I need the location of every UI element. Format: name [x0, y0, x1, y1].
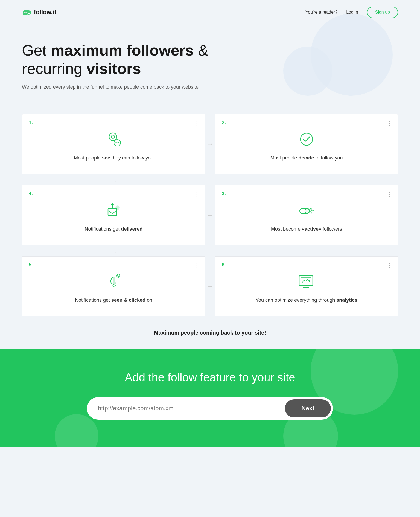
card-1-number: 1.: [29, 120, 33, 126]
svg-point-1: [111, 135, 115, 138]
logo[interactable]: follow.it: [22, 8, 56, 16]
hero-bg-decoration-2: [283, 47, 332, 96]
svg-point-11: [309, 280, 310, 282]
cta-notch: [203, 349, 217, 350]
svg-point-7: [305, 209, 309, 213]
v-arrow-left-2: ↓: [22, 245, 210, 256]
card-6-menu[interactable]: ⋮: [387, 262, 392, 269]
card-3-number: 3.: [222, 191, 226, 197]
funnel-row-3: 5. ⋮ Notifications get seen & clicked on…: [22, 256, 398, 316]
funnel-card-4: 4. ⋮ Notifications get delivered: [22, 185, 205, 245]
card-1-text: Most people see they can follow you: [74, 154, 153, 162]
summary-section: Maximum people coming back to your site!: [0, 316, 420, 349]
card-6-text: You can optimize everything through anal…: [256, 297, 358, 304]
svg-point-0: [109, 133, 117, 141]
card-1-icon: [104, 130, 123, 149]
card-2-icon: [297, 130, 316, 149]
svg-point-2: [114, 140, 121, 146]
card-4-text: Notifications get delivered: [84, 225, 142, 233]
card-3-icon: [297, 201, 316, 220]
svg-point-3: [301, 133, 313, 145]
signup-button[interactable]: Sign up: [367, 7, 398, 18]
v-arrow-right-2: [210, 245, 398, 256]
reader-link[interactable]: You're a reader?: [305, 10, 337, 15]
card-3-text: Most become «active» followers: [271, 225, 342, 233]
card-5-icon: [104, 272, 123, 291]
logo-text: follow.it: [34, 9, 56, 16]
arrow-1-2: →: [205, 140, 215, 149]
v-arrow-left-1: ↓: [22, 174, 210, 185]
v-arrow-right-1: [210, 174, 398, 185]
arrow-4-3: ←: [205, 211, 215, 220]
hero-headline: Get maximum followers &recurring visitor…: [22, 41, 213, 78]
card-5-text: Notifications get seen & clicked on: [75, 297, 152, 304]
card-5-menu[interactable]: ⋮: [194, 262, 200, 269]
card-4-icon: [104, 201, 123, 220]
card-6-icon: [297, 272, 316, 291]
cta-bg-circle-3: [55, 414, 98, 447]
card-5-number: 5.: [29, 262, 33, 268]
card-4-number: 4.: [29, 191, 33, 197]
funnel-card-1: 1. ⋮ Most people see they can follow you: [22, 114, 205, 174]
cta-title: Add the follow feature to your site: [22, 371, 398, 384]
hero-section: Get maximum followers &recurring visitor…: [0, 25, 420, 114]
funnel-card-2: 2. ⋮ Most people decide to follow you: [215, 114, 398, 174]
card-4-menu[interactable]: ⋮: [194, 191, 200, 197]
summary-text: Maximum people coming back to your site!: [154, 330, 266, 336]
svg-rect-4: [108, 208, 117, 216]
next-button[interactable]: Next: [285, 399, 331, 417]
card-6-number: 6.: [222, 262, 226, 268]
funnel-card-3: 3. ⋮ Most become «active» followers: [215, 185, 398, 245]
card-2-number: 2.: [222, 120, 226, 126]
url-input[interactable]: [98, 405, 285, 412]
funnel-card-5: 5. ⋮ Notifications get seen & clicked on: [22, 256, 205, 316]
card-2-menu[interactable]: ⋮: [387, 120, 392, 126]
card-3-menu[interactable]: ⋮: [387, 191, 392, 197]
v-arrows-row-1: ↓: [22, 174, 398, 185]
cta-section: Add the follow feature to your site Next: [0, 349, 420, 447]
funnel-row-2: 4. ⋮ Notifications get delivered ← 3. ⋮: [22, 185, 398, 245]
cta-form: Next: [87, 397, 333, 420]
card-2-text: Most people decide to follow you: [270, 154, 343, 162]
arrow-5-6: →: [205, 282, 215, 291]
funnel-section: 1. ⋮ Most people see they can follow you…: [0, 114, 420, 316]
funnel-card-6: 6. ⋮ You can optimize everything through…: [215, 256, 398, 316]
svg-rect-5: [116, 206, 119, 210]
v-arrows-row-2: ↓: [22, 245, 398, 256]
card-1-menu[interactable]: ⋮: [194, 120, 200, 126]
funnel-row-1: 1. ⋮ Most people see they can follow you…: [22, 114, 398, 174]
logo-icon: [22, 8, 32, 16]
